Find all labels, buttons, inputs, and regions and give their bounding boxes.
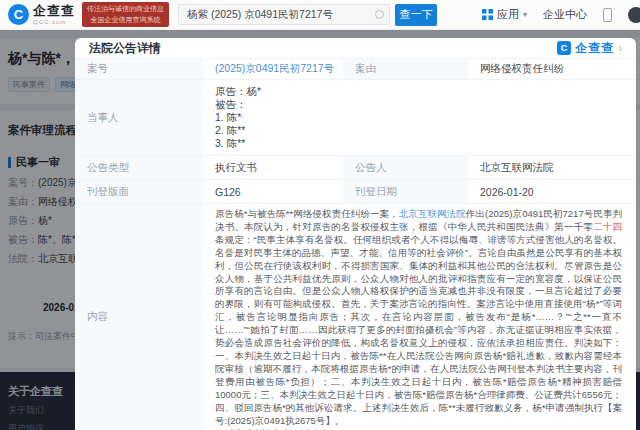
party-value: 原告：杨* 被告： 1. 陈* 2. 陈** 3. 陈**	[203, 80, 636, 155]
apps-label: 应用	[497, 7, 519, 22]
search-box	[178, 4, 390, 26]
top-navbar: C 企查查 QCC.com 传法治与诚信的商业信息 全国企业信用查询系统 查一下	[0, 0, 640, 30]
page: C 企查查 QCC.com 传法治与诚信的商业信息 全国企业信用查询系统 查一下	[0, 0, 640, 430]
cause-value: 网络侵权责任纠纷	[468, 59, 636, 79]
content-segment-link[interactable]: 北京互联网法院	[399, 208, 466, 219]
slogan-line2: 全国企业信用查询系统	[87, 15, 164, 25]
camera-icon[interactable]	[375, 10, 384, 19]
type-value: 执行文书	[203, 156, 343, 179]
content-paragraph: 原告杨*与被告陈**网络侵权责任纠纷一案，北京互联网法院作出(2025)京049…	[215, 208, 622, 426]
party-line: 1. 陈*	[215, 111, 628, 124]
qcc-logo-name: 企查查	[33, 4, 75, 17]
announcer-value: 北京互联网法院	[468, 156, 636, 179]
publish-date-value: 2026-01-20	[468, 180, 636, 203]
mobile-app-icon[interactable]	[603, 8, 612, 22]
apps-grid-icon	[482, 9, 493, 20]
announcement-table: 案号 (2025)京0491民初7217号 案由 网络侵权责任纠纷 当事人 原告…	[75, 59, 636, 430]
qcc-logo-text: 企查查 QCC.com	[33, 4, 75, 25]
party-label: 当事人	[75, 80, 203, 155]
content-segment-normal: 原告杨*与被告陈**网络侵权责任纠纷一案，	[215, 208, 399, 219]
cause-label: 案由	[343, 59, 468, 79]
search-button[interactable]: 查一下	[395, 4, 437, 26]
modal-brand-link[interactable]: C 企查查 ›	[557, 40, 622, 57]
party-line: 2. 陈**	[215, 124, 628, 137]
party-line: 被告：	[215, 98, 628, 111]
slogan-badge: 传法治与诚信的商业信息 全国企业信用查询系统	[82, 2, 169, 26]
case-no-label: 案号	[75, 59, 203, 79]
qcc-brand-icon: C	[557, 41, 571, 55]
modal-title: 法院公告详情	[89, 40, 161, 57]
content-value: 原告杨*与被告陈**网络侵权责任纠纷一案，北京互联网法院作出(2025)京049…	[203, 204, 636, 430]
slogan-line1: 传法治与诚信的商业信息	[87, 4, 164, 14]
table-row-parties: 当事人 原告：杨* 被告： 1. 陈* 2. 陈** 3. 陈**	[75, 80, 636, 156]
party-line: 3. 陈**	[215, 137, 628, 150]
chevron-down-icon: ▾	[523, 10, 527, 19]
content-segment-highlight: 二十四	[593, 221, 622, 232]
party-line: 原告：杨*	[215, 85, 628, 98]
page-label: 刊登版面	[75, 180, 203, 203]
chevron-right-icon: ›	[618, 42, 622, 54]
search-input[interactable]	[178, 4, 390, 25]
apps-menu[interactable]: 应用 ▾	[482, 7, 527, 22]
table-row-type: 公告类型 执行文书 公告人 北京互联网法院	[75, 156, 636, 180]
modal-header: 法院公告详情 C 企查查 ›	[75, 38, 636, 59]
page-value: G126	[203, 180, 343, 203]
announcer-label: 公告人	[343, 156, 468, 179]
court-announcement-modal: 法院公告详情 C 企查查 › 案号 (2025)京0491民初7217号 案由 …	[75, 38, 636, 430]
content-segment-normal: 条规定：“民事主体享有名誉权。任何组织或者个人不得以侮辱、诽谤等方式侵害他人的名…	[215, 234, 622, 426]
case-no-link[interactable]: (2025)京0491民初7217号	[203, 59, 343, 79]
type-label: 公告类型	[75, 156, 203, 179]
qcc-logo-domain: QCC.com	[33, 19, 75, 25]
enterprise-center-label: 企业中心	[543, 7, 587, 22]
qcc-logo[interactable]: C 企查查 QCC.com	[8, 4, 75, 25]
publish-date-label: 刊登日期	[343, 180, 468, 203]
avatar[interactable]	[628, 7, 640, 23]
qcc-brand-name: 企查查	[575, 40, 614, 57]
content-label: 内容	[75, 204, 203, 430]
table-row-publication: 刊登版面 G126 刊登日期 2026-01-20	[75, 180, 636, 204]
table-row-content: 内容 原告杨*与被告陈**网络侵权责任纠纷一案，北京互联网法院作出(2025)京…	[75, 204, 636, 430]
qcc-logo-icon: C	[8, 4, 29, 25]
table-row-case: 案号 (2025)京0491民初7217号 案由 网络侵权责任纠纷	[75, 59, 636, 80]
enterprise-center-link[interactable]: 企业中心	[543, 7, 587, 22]
navbar-right: 应用 ▾ 企业中心	[482, 7, 632, 23]
